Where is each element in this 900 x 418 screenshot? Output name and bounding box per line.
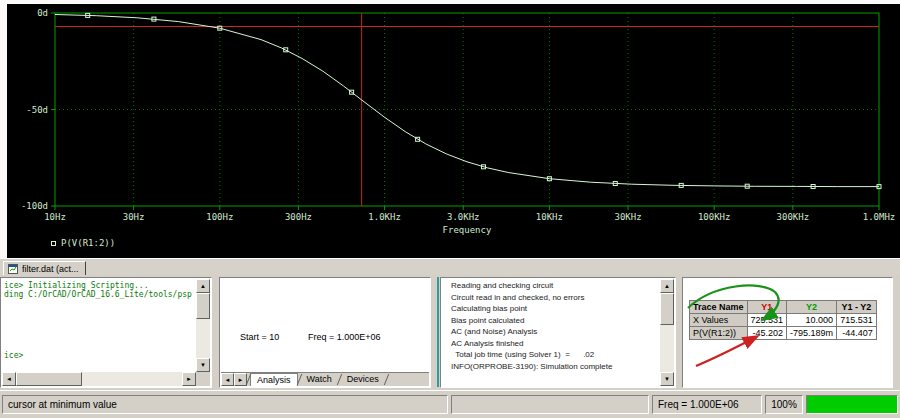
log-line: Total job time (using Solver 1) = .02 <box>451 349 659 361</box>
scrollbar-corner <box>196 372 210 386</box>
row-label: P(V(R1:2)) <box>690 327 748 340</box>
tab-analysis[interactable]: Analysis <box>250 373 298 386</box>
sim-start-value: Start = 10 <box>240 332 279 342</box>
scroll-up-icon[interactable]: ▲ <box>660 279 674 293</box>
scroll-right-icon[interactable]: ► <box>182 372 196 386</box>
trace-value-y1: -45.202 <box>747 327 787 340</box>
tab-devices[interactable]: Devices <box>341 373 385 386</box>
scroll-left-icon[interactable]: ◄ <box>2 372 16 386</box>
trace-legend-label: P(V(R1:2)) <box>61 238 115 248</box>
x-tick-label: 100KHz <box>698 212 731 222</box>
trace-legend[interactable]: P(V(R1:2)) <box>51 238 115 248</box>
sim-freq-value: Freq = 1.000E+06 <box>308 332 381 342</box>
tab-watch[interactable]: Watch <box>301 373 338 386</box>
phase-frequency-plot: 10Hz30Hz100Hz300Hz1.0KHz3.0KHz10KHz30KHz… <box>7 4 900 258</box>
simulation-log[interactable]: Reading and checking circuit Circuit rea… <box>443 280 659 385</box>
y-tick-label: -100d <box>21 201 48 211</box>
progress-bar-fill <box>807 396 897 413</box>
y-tick-label: 0d <box>37 8 48 18</box>
command-window: ice> Initializing Scripting... ding C:/O… <box>0 277 212 388</box>
log-line: Reading and checking circuit <box>451 280 659 292</box>
scrollbar-track[interactable] <box>196 293 210 358</box>
x-value-y2: 10.000 <box>787 314 837 327</box>
log-line: Circuit read in and checked, no errors <box>451 292 659 304</box>
trace-line <box>55 15 879 187</box>
document-tab-bar: filter.dat (act... <box>0 258 900 275</box>
status-progress-bar <box>806 395 898 414</box>
panel-divider-accent <box>437 277 439 387</box>
tab-scroll-left-icon[interactable]: ◄ <box>221 373 234 386</box>
log-line: Bias point calculated <box>451 315 659 327</box>
scrollbar-track[interactable] <box>16 372 182 386</box>
x-tick-label: 10KHz <box>536 212 563 222</box>
scroll-up-icon[interactable]: ▲ <box>196 279 210 293</box>
cursor-values-panel: Trace Name Y1 Y2 Y1 - Y2 X Values 725.53… <box>682 277 893 388</box>
cursor-table: Trace Name Y1 Y2 Y1 - Y2 X Values 725.53… <box>689 300 877 340</box>
command-prompt: ice> <box>4 351 23 360</box>
document-tab[interactable]: filter.dat (act... <box>3 261 86 276</box>
scrollbar-thumb[interactable] <box>16 372 82 386</box>
trace-value-y2: -795.189m <box>787 327 837 340</box>
x-tick-label: 1.0MHz <box>863 212 896 222</box>
x-tick-label: 1.0KHz <box>368 212 401 222</box>
trace-value-diff: -44.407 <box>837 327 877 340</box>
scrollbar-thumb[interactable] <box>660 293 674 325</box>
x-tick-label: 3.0KHz <box>447 212 480 222</box>
y-tick-label: -50d <box>26 105 48 115</box>
x-tick-label: 30KHz <box>614 212 641 222</box>
probe-plot-window: 10Hz30Hz100Hz300Hz1.0KHz3.0KHz10KHz30KHz… <box>7 4 900 258</box>
x-value-y1: 725.531 <box>747 314 787 327</box>
command-vertical-scrollbar[interactable]: ▲ ▼ <box>196 279 210 372</box>
probe-document-icon <box>8 264 18 274</box>
log-line: INFO(ORPROBE-3190): Simulation complete <box>451 361 659 373</box>
command-horizontal-scrollbar[interactable]: ◄ ► <box>2 372 196 386</box>
document-tab-label: filter.dat (act... <box>22 264 79 274</box>
command-line: ice> Initializing Scripting... <box>4 281 196 290</box>
x-tick-label: 10Hz <box>44 212 66 222</box>
trace-marker-icon <box>51 241 56 246</box>
log-line: AC (and Noise) Analysis <box>451 326 659 338</box>
command-line: ding C:/OrCAD/OrCAD_16.6_Lite/tools/psp <box>4 290 196 299</box>
status-progress-text: 100% <box>765 395 803 414</box>
sim-tab-bar: ◄ ► Analysis Watch Devices <box>221 372 429 386</box>
log-line: Calculating bias point <box>451 303 659 315</box>
cursor-table-header-row: Trace Name Y1 Y2 Y1 - Y2 <box>690 301 877 314</box>
row-label: X Values <box>690 314 748 327</box>
status-freq: Freq = 1.000E+06 <box>652 395 762 414</box>
command-output[interactable]: ice> Initializing Scripting... ding C:/O… <box>2 279 196 372</box>
red-arrow-annotation <box>696 337 756 366</box>
x-value-diff: 715.531 <box>837 314 877 327</box>
cursor-col-trace-name: Trace Name <box>690 301 748 314</box>
status-message: cursor at minimum value <box>2 395 448 414</box>
scroll-down-icon[interactable]: ▼ <box>660 372 674 386</box>
x-tick-label: 30Hz <box>123 212 145 222</box>
workspace: ice> Initializing Scripting... ding C:/O… <box>0 275 900 390</box>
cursor-col-y2: Y2 <box>787 301 837 314</box>
cursor-col-y1: Y1 <box>747 301 787 314</box>
x-tick-label: 100Hz <box>206 212 233 222</box>
scroll-down-icon[interactable]: ▼ <box>196 358 210 372</box>
scrollbar-track[interactable] <box>660 293 674 372</box>
cursor-table-row-trace: P(V(R1:2)) -45.202 -795.189m -44.407 <box>690 327 877 340</box>
simulation-log-panel: Reading and checking circuit Circuit rea… <box>440 277 676 388</box>
cursor-col-y1-minus-y2: Y1 - Y2 <box>837 301 877 314</box>
log-line: AC Analysis finished <box>451 338 659 350</box>
x-tick-label: 300Hz <box>285 212 312 222</box>
simulation-status-panel: Start = 10 Freq = 1.000E+06 ◄ ► Analysis… <box>219 277 431 388</box>
x-tick-label: 300KHz <box>777 212 810 222</box>
status-empty-segment <box>451 395 649 414</box>
scrollbar-thumb[interactable] <box>196 293 210 319</box>
cursor-table-row-x-values: X Values 725.531 10.000 715.531 <box>690 314 877 327</box>
log-vertical-scrollbar[interactable]: ▲ ▼ <box>660 279 674 386</box>
status-bar: cursor at minimum value Freq = 1.000E+06… <box>0 390 900 418</box>
x-axis-title: Frequency <box>443 225 492 235</box>
